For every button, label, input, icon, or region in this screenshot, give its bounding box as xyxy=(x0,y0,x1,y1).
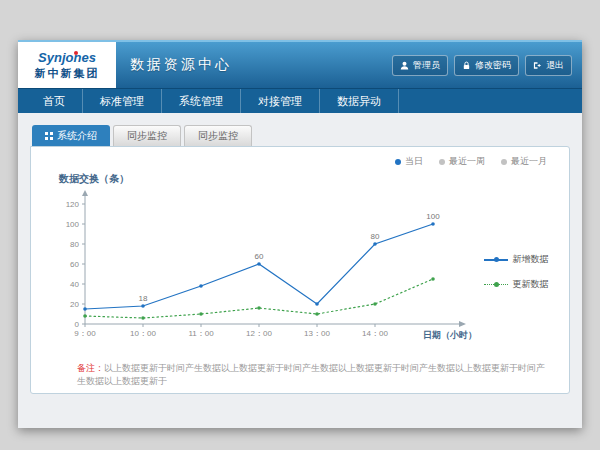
nav-item-data-change[interactable]: 数据异动 xyxy=(320,89,399,113)
svg-text:40: 40 xyxy=(70,280,79,289)
svg-text:13：00: 13：00 xyxy=(304,329,330,338)
app-header: Synjones 新中新集团 数据资源中心 管理员 修改密码 xyxy=(18,40,582,88)
filter-dot-icon xyxy=(501,159,507,165)
content-area: 系统介绍 同步监控 同步监控 当日 最近一周 xyxy=(18,113,582,428)
svg-text:80: 80 xyxy=(70,240,79,249)
note-label: 备注： xyxy=(77,363,104,373)
svg-text:10：00: 10：00 xyxy=(130,329,156,338)
svg-text:12：00: 12：00 xyxy=(246,329,272,338)
filter-legend: 当日 最近一周 最近一月 xyxy=(47,155,553,168)
grid-icon xyxy=(45,132,53,140)
svg-text:80: 80 xyxy=(371,232,380,241)
svg-text:日期（小时）: 日期（小时） xyxy=(423,330,477,340)
tab-bar: 系统介绍 同步监控 同步监控 xyxy=(32,125,570,146)
lock-icon xyxy=(462,61,471,70)
brand-logo: Synjones 新中新集团 xyxy=(18,42,116,88)
svg-text:18: 18 xyxy=(139,294,148,303)
nav-item-standard-mgmt[interactable]: 标准管理 xyxy=(83,89,162,113)
filter-item-last-week[interactable]: 最近一周 xyxy=(439,155,485,168)
series-item-update-data[interactable]: 更新数据 xyxy=(484,278,553,291)
filter-item-today[interactable]: 当日 xyxy=(395,155,423,168)
app-window: Synjones 新中新集团 数据资源中心 管理员 修改密码 xyxy=(18,40,582,428)
chart-row: 0204060801001209：0010：0011：0012：0013：001… xyxy=(47,188,553,356)
nav-item-connect-mgmt[interactable]: 对接管理 xyxy=(241,89,320,113)
user-icon xyxy=(400,61,409,70)
svg-text:20: 20 xyxy=(70,300,79,309)
logout-button[interactable]: 退出 xyxy=(525,55,572,76)
footer-note: 备注：以上数据更新于时间产生数据以上数据更新于时间产生数据以上数据更新于时间产生… xyxy=(47,362,553,388)
main-nav: 首页 标准管理 系统管理 对接管理 数据异动 xyxy=(18,88,582,113)
admin-user-button[interactable]: 管理员 xyxy=(392,55,448,76)
svg-text:120: 120 xyxy=(66,200,80,209)
nav-item-system-mgmt[interactable]: 系统管理 xyxy=(162,89,241,113)
svg-text:0: 0 xyxy=(75,320,80,329)
svg-text:11：00: 11：00 xyxy=(188,329,214,338)
tab-sync-monitor-1[interactable]: 同步监控 xyxy=(113,125,181,146)
chart-panel: 当日 最近一周 最近一月 数据交换（条） 0204060801001209：00… xyxy=(30,146,570,394)
change-password-button[interactable]: 修改密码 xyxy=(454,55,519,76)
logout-icon xyxy=(533,61,542,70)
filter-dot-icon xyxy=(439,159,445,165)
svg-text:60: 60 xyxy=(255,252,264,261)
note-text: 以上数据更新于时间产生数据以上数据更新于时间产生数据以上数据更新于时间产生数据以… xyxy=(77,363,545,386)
header-actions: 管理员 修改密码 退出 xyxy=(392,42,582,88)
nav-item-home[interactable]: 首页 xyxy=(26,89,83,113)
dotted-line-sample-icon xyxy=(484,281,508,288)
brand-subtitle: 新中新集团 xyxy=(35,66,100,81)
svg-text:14：00: 14：00 xyxy=(362,329,388,338)
line-chart: 0204060801001209：0010：0011：0012：0013：001… xyxy=(47,188,480,356)
series-legend: 新增数据 更新数据 xyxy=(484,253,553,291)
tab-sync-monitor-2[interactable]: 同步监控 xyxy=(184,125,252,146)
brand-dot-icon xyxy=(74,51,78,55)
filter-item-last-month[interactable]: 最近一月 xyxy=(501,155,547,168)
y-axis-title: 数据交换（条） xyxy=(59,172,553,186)
page-title: 数据资源中心 xyxy=(130,56,232,74)
svg-text:9：00: 9：00 xyxy=(74,329,96,338)
svg-text:100: 100 xyxy=(426,212,440,221)
svg-text:60: 60 xyxy=(70,260,79,269)
line-sample-icon xyxy=(484,256,508,263)
filter-dot-icon xyxy=(395,159,401,165)
brand-name: Synjones xyxy=(38,50,96,65)
series-item-new-data[interactable]: 新增数据 xyxy=(484,253,553,266)
svg-text:100: 100 xyxy=(66,220,80,229)
tab-system-intro[interactable]: 系统介绍 xyxy=(32,125,110,146)
